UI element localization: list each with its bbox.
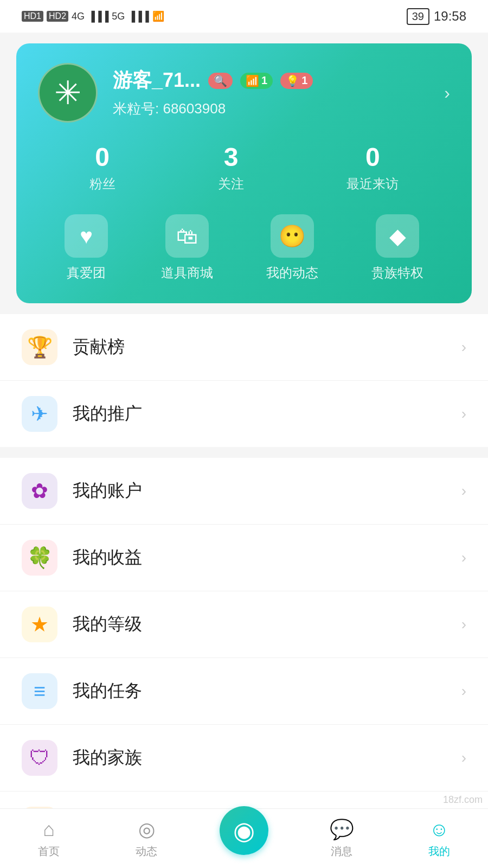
tasks-arrow: ›: [461, 682, 466, 700]
watermark: 18zf.com: [443, 794, 483, 806]
mine-label: 我的: [428, 844, 450, 859]
nav-center-circle[interactable]: ◉: [220, 806, 268, 855]
earnings-arrow: ›: [461, 549, 466, 566]
battery-indicator: 39: [407, 8, 429, 25]
leaderboard-arrow: ›: [461, 339, 466, 356]
stats-row: 0 粉丝 3 关注 0 最近来访: [38, 142, 450, 193]
level-icon: ★: [30, 612, 49, 636]
earnings-icon-wrapper: 🍀: [22, 540, 57, 576]
tasks-icon-wrapper: ≡: [22, 673, 57, 709]
menu-item-leaderboard[interactable]: 🏆 贡献榜 ›: [0, 314, 488, 381]
hd1-badge: HD1: [22, 11, 43, 22]
account-icon-wrapper: ✿: [22, 473, 57, 509]
wifi-icon: 📶: [152, 10, 164, 22]
profile-arrow[interactable]: ›: [444, 83, 450, 103]
status-bar-left: HD1 HD2 4G ▐▐▐ 5G ▐▐▐ 📶: [22, 10, 164, 22]
following-label: 关注: [218, 175, 244, 193]
account-text: 我的账户: [73, 479, 461, 503]
profile-header: ✳ 游客_71... 🔍 📶 1 💡 1 米粒号: 68603908 ›: [38, 63, 450, 123]
avatar[interactable]: ✳: [38, 63, 98, 123]
promote-icon: ✈: [31, 402, 48, 426]
tasks-text: 我的任务: [73, 679, 461, 703]
shop-label: 道具商城: [161, 264, 213, 282]
quick-actions: ♥ 真爱团 🛍 道具商城 😶 我的动态 ◆ 贵族特权: [38, 214, 450, 282]
earnings-text: 我的收益: [73, 546, 461, 570]
nav-mine[interactable]: ☺ 我的: [390, 818, 488, 859]
level-text: 我的等级: [73, 612, 461, 636]
menu-section-1: 🏆 贡献榜 › ✈ 我的推广 ›: [0, 314, 488, 447]
action-vip[interactable]: ◆ 贵族特权: [371, 214, 423, 282]
messages-icon: 💬: [330, 818, 354, 841]
shop-icon: 🛍: [165, 214, 209, 258]
time-display: 19:58: [434, 9, 466, 24]
profile-id: 米粒号: 68603908: [113, 99, 429, 118]
menu-item-earnings[interactable]: 🍀 我的收益 ›: [0, 525, 488, 591]
action-shop[interactable]: 🛍 道具商城: [161, 214, 213, 282]
visitors-label: 最近来访: [346, 175, 399, 193]
family-icon-wrapper: 🛡: [22, 740, 57, 776]
messages-label: 消息: [331, 844, 352, 859]
gift-badge: 💡 1: [280, 73, 313, 89]
menu-item-family[interactable]: 🛡 我的家族 ›: [0, 725, 488, 792]
menu-item-promote[interactable]: ✈ 我的推广 ›: [0, 381, 488, 447]
fans-label: 粉丝: [89, 175, 115, 193]
tasks-icon: ≡: [34, 680, 46, 703]
mine-icon: ☺: [429, 818, 450, 841]
vip-label: 贵族特权: [371, 264, 423, 282]
menu-item-tasks[interactable]: ≡ 我的任务 ›: [0, 658, 488, 725]
promote-arrow: ›: [461, 405, 466, 423]
dynamic-icon: 😶: [271, 214, 314, 258]
promote-text: 我的推广: [73, 402, 461, 426]
signal-4g: 4G: [72, 11, 85, 22]
promote-icon-wrapper: ✈: [22, 396, 57, 432]
avatar-icon: ✳: [54, 74, 81, 112]
dynamic-nav-label: 动态: [136, 844, 157, 859]
level-arrow: ›: [461, 616, 466, 633]
level-icon-wrapper: ★: [22, 607, 57, 642]
account-icon: ✿: [31, 479, 48, 503]
action-dynamic[interactable]: 😶 我的动态: [266, 214, 318, 282]
home-label: 首页: [38, 844, 60, 859]
bottom-nav: ⌂ 首页 ◎ 动态 ◉ 💬 消息 ☺ 我的: [0, 808, 488, 868]
leaderboard-text: 贡献榜: [73, 335, 461, 359]
fans-stat[interactable]: 0 粉丝: [89, 142, 115, 193]
profile-info: 游客_71... 🔍 📶 1 💡 1 米粒号: 68603908: [113, 67, 429, 118]
status-bar-right: 39 19:58: [407, 8, 466, 25]
profile-name-row: 游客_71... 🔍 📶 1 💡 1: [113, 67, 429, 94]
zat-icon: ♥: [65, 214, 108, 258]
nav-dynamic[interactable]: ◎ 动态: [98, 818, 195, 859]
wifi-badge: 📶 1: [240, 73, 273, 89]
zat-label: 真爱团: [67, 264, 106, 282]
center-icon: ◉: [233, 816, 255, 845]
signal-bars-2: ▐▐▐: [128, 11, 149, 22]
vip-icon: ◆: [376, 214, 419, 258]
earnings-icon: 🍀: [27, 546, 53, 570]
menu-item-account[interactable]: ✿ 我的账户 ›: [0, 458, 488, 525]
following-count: 3: [218, 142, 244, 172]
dynamic-nav-icon: ◎: [138, 818, 155, 841]
visitors-count: 0: [346, 142, 399, 172]
signal-5g: 5G: [112, 11, 125, 22]
fans-count: 0: [89, 142, 115, 172]
menu-section-2: ✿ 我的账户 › 🍀 我的收益 › ★ 我的等级 › ≡ 我的任务 › 🛡 我的…: [0, 458, 488, 858]
leaderboard-icon-wrapper: 🏆: [22, 329, 57, 365]
dynamic-label: 我的动态: [266, 264, 318, 282]
signal-bars-1: ▐▐▐: [88, 11, 108, 22]
family-text: 我的家族: [73, 746, 461, 770]
menu-item-level[interactable]: ★ 我的等级 ›: [0, 591, 488, 658]
profile-name: 游客_71...: [113, 67, 201, 94]
nav-center[interactable]: ◉: [195, 822, 293, 855]
nav-messages[interactable]: 💬 消息: [293, 818, 390, 859]
account-arrow: ›: [461, 482, 466, 500]
nav-home[interactable]: ⌂ 首页: [0, 818, 98, 859]
leaderboard-icon: 🏆: [27, 335, 53, 359]
following-stat[interactable]: 3 关注: [218, 142, 244, 193]
family-icon: 🛡: [29, 746, 50, 770]
profile-card: ✳ 游客_71... 🔍 📶 1 💡 1 米粒号: 68603908 › 0 粉…: [16, 43, 472, 303]
home-icon: ⌂: [43, 818, 55, 841]
action-zat[interactable]: ♥ 真爱团: [65, 214, 108, 282]
family-arrow: ›: [461, 749, 466, 767]
hd2-badge: HD2: [47, 11, 68, 22]
visitors-stat[interactable]: 0 最近来访: [346, 142, 399, 193]
search-badge: 🔍: [208, 73, 233, 89]
